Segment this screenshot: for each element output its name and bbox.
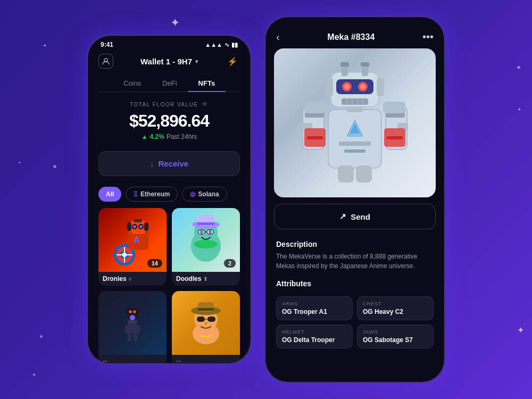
- change-percentage: 4.2%: [150, 133, 164, 140]
- nft-thumb-cool-dude: [172, 291, 240, 355]
- svg-rect-64: [307, 136, 323, 139]
- right-phone: ‹ Meka #8334 •••: [264, 16, 445, 383]
- battery-icon: ▮▮: [231, 41, 238, 48]
- status-bar-right: [265, 17, 444, 28]
- star-decoration-7: ✦: [517, 325, 524, 335]
- filter-solana[interactable]: ◎ Solana: [182, 187, 227, 202]
- svg-text:A: A: [134, 235, 140, 244]
- svg-rect-61: [344, 149, 365, 153]
- attr-label-chest: CHEST: [363, 301, 428, 306]
- wallet-header: Wallet 1 - 9H7 ▾ ⚡: [88, 52, 251, 75]
- nft-thumb-dark-robot: [98, 291, 167, 355]
- nft-hero-image: [274, 48, 436, 197]
- receive-button[interactable]: ↓ Receive: [98, 151, 240, 176]
- status-icons: ▲▲▲ ∿ ▮▮: [205, 41, 238, 48]
- svg-rect-60: [339, 142, 371, 146]
- ethereum-icon: Ξ: [134, 190, 138, 198]
- dark-robot-artwork: [98, 291, 167, 355]
- send-icon: ↗: [339, 212, 346, 221]
- description-section: Description The MekaVerse is a collectio…: [265, 236, 444, 275]
- svg-rect-85: [356, 165, 372, 182]
- svg-rect-9: [127, 222, 131, 231]
- star-decoration-2: ✦: [43, 43, 47, 48]
- attribute-helmet: HELMET OG Delta Trooper: [276, 325, 353, 348]
- wallet-title[interactable]: Wallet 1 - 9H7 ▾: [140, 57, 198, 66]
- svg-rect-84: [338, 165, 354, 182]
- doodles-indicator-icon: ⬆: [203, 276, 207, 282]
- phones-container: 9:41 ▲▲▲ ∿ ▮▮ Wallet 1 - 9H7 ▾: [87, 16, 445, 383]
- back-button[interactable]: ‹: [276, 31, 280, 43]
- svg-rect-73: [326, 78, 333, 96]
- svg-rect-39: [129, 321, 136, 323]
- nft-thumb-doodles: 2: [172, 208, 240, 272]
- send-button[interactable]: ↗ Send: [274, 204, 436, 229]
- nft-card-cool-dude[interactable]: ···: [172, 291, 240, 364]
- dronies-badge: 14: [147, 259, 162, 268]
- floor-value-section: TOTAL FLOOR VALUE 👁 $52,896.64 ▲ 4.2% Pa…: [88, 92, 251, 145]
- nft-card-dark-robot[interactable]: ···: [98, 291, 167, 364]
- svg-point-25: [200, 230, 203, 234]
- svg-point-72: [360, 84, 365, 89]
- attr-value-chest: OG Heavy C2: [363, 308, 428, 315]
- filter-pills: All Ξ Ethereum ◎ Solana: [88, 182, 251, 206]
- status-bar-left: 9:41 ▲▲▲ ∿ ▮▮: [88, 36, 251, 52]
- dark-robot-label: ···: [98, 355, 167, 364]
- nft-grid: A 14 Dronies ≡: [88, 206, 251, 364]
- cool-dude-artwork: [172, 291, 240, 355]
- detail-header: ‹ Meka #8334 •••: [265, 28, 444, 48]
- star-decoration-5: ✦: [516, 64, 521, 71]
- filter-all[interactable]: All: [98, 187, 121, 202]
- attribute-chest: CHEST OG Heavy C2: [357, 296, 434, 320]
- attributes-grid: ARMS OG Trooper A1 CHEST OG Heavy C2 HEL…: [265, 293, 444, 357]
- receive-label: Receive: [158, 159, 188, 168]
- right-phone-wrapper: ‹ Meka #8334 •••: [264, 16, 445, 383]
- dronies-indicator-icon: ≡: [129, 276, 132, 282]
- floor-label: TOTAL FLOOR VALUE 👁: [98, 101, 240, 108]
- change-period: Past 24hrs: [167, 133, 197, 140]
- svg-rect-78: [361, 62, 369, 66]
- svg-point-38: [130, 315, 135, 320]
- wallet-dropdown-icon: ▾: [195, 59, 198, 64]
- more-options-button[interactable]: •••: [422, 31, 434, 43]
- tab-nfts[interactable]: NFTs: [188, 75, 226, 92]
- tab-defi[interactable]: DeFi: [152, 75, 187, 92]
- profile-icon[interactable]: [98, 54, 113, 69]
- attr-label-jaws: JAWS: [363, 329, 428, 335]
- svg-point-14: [133, 225, 136, 228]
- solana-icon: ◎: [190, 190, 195, 198]
- nft-card-doodles[interactable]: 2 Doodles ⬆: [172, 208, 240, 286]
- signal-icon: ▲▲▲: [205, 41, 222, 48]
- dot-decoration-4: [40, 335, 43, 338]
- tabs-container: Coins DeFi NFTs: [98, 75, 240, 92]
- svg-rect-68: [336, 79, 373, 94]
- filter-ethereum[interactable]: Ξ Ethereum: [126, 187, 178, 202]
- svg-rect-30: [123, 315, 128, 326]
- star-decoration-6: ✦: [517, 106, 521, 112]
- wifi-icon: ∿: [225, 41, 229, 48]
- svg-rect-37: [134, 334, 137, 342]
- svg-point-26: [209, 230, 212, 234]
- svg-rect-21: [197, 222, 214, 225]
- attributes-title: Attributes: [276, 279, 434, 288]
- svg-point-0: [104, 59, 107, 62]
- dronies-label: Dronies ≡: [98, 272, 167, 286]
- floor-amount: $52,896.64: [98, 111, 240, 131]
- attr-value-arms: OG Trooper A1: [282, 308, 347, 315]
- attr-label-arms: ARMS: [282, 301, 347, 306]
- flash-icon[interactable]: ⚡: [225, 54, 240, 69]
- nft-thumb-dronies: A 14: [98, 208, 167, 272]
- svg-rect-79: [342, 98, 368, 105]
- left-phone: 9:41 ▲▲▲ ∿ ▮▮ Wallet 1 - 9H7 ▾: [87, 35, 252, 364]
- receive-icon: ↓: [150, 159, 154, 168]
- description-title: Description: [276, 240, 434, 248]
- star-decoration-3: •: [19, 160, 21, 165]
- attr-value-jaws: OG Sabotage S7: [363, 336, 428, 344]
- svg-rect-46: [207, 317, 215, 322]
- eye-icon[interactable]: 👁: [202, 101, 209, 108]
- star-decoration-8: ✦: [32, 372, 36, 378]
- svg-rect-56: [383, 102, 405, 113]
- nft-card-dronies[interactable]: A 14 Dronies ≡: [98, 208, 167, 286]
- attributes-header: Attributes: [265, 275, 444, 293]
- tab-coins[interactable]: Coins: [113, 75, 152, 92]
- svg-rect-74: [377, 78, 384, 96]
